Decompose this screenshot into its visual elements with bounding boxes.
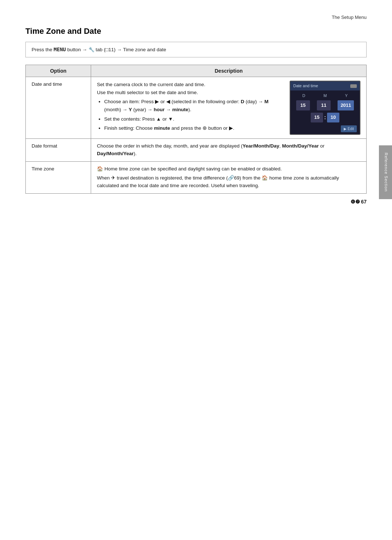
bullet-choose: Choose an item: Press ▶ or ◀ (selected i… — [104, 98, 282, 113]
col-desc-header: Description — [91, 65, 367, 77]
page-ref: □11 — [106, 47, 114, 52]
bullet-set: Set the contents: Press ▲ or ▼. — [104, 115, 282, 123]
timezone-line1: 🏠 Home time zone can be specified and da… — [97, 165, 360, 173]
table-row-timezone: Time zone 🏠 Home time zone can be specif… — [26, 161, 367, 193]
desc-timezone: 🏠 Home time zone can be specified and da… — [91, 161, 367, 193]
cam-battery-icon — [350, 84, 357, 88]
datetime-line1: Set the camera clock to the current date… — [97, 81, 282, 89]
cam-label-y: Y — [345, 93, 348, 99]
page-number: ❻❼67 — [351, 199, 367, 205]
timezone-line2: When ✈ travel destination is registered,… — [97, 174, 360, 190]
cam-edit-btn: ▶ Edit — [341, 125, 357, 133]
page-num-icons: ❻❼ — [351, 199, 360, 205]
option-dateformat: Date format — [26, 139, 91, 162]
setup-menu-label: The Setup Menu — [25, 15, 367, 20]
menu-label: MENU — [54, 47, 66, 52]
main-table: Option Description Date and time Set the… — [25, 65, 367, 193]
cam-labels: D M Y — [290, 90, 360, 100]
cam-screen-title: Date and time — [293, 83, 318, 89]
table-row-datetime: Date and time Set the camera clock to th… — [26, 77, 367, 139]
option-datetime: Date and time — [26, 77, 91, 139]
desc-dateformat: Choose the order in which the day, month… — [91, 139, 367, 162]
cam-month-val: 11 — [317, 100, 331, 110]
camera-screen: Date and time D M Y 15 11 2 — [290, 81, 360, 135]
datetime-row: Set the camera clock to the current date… — [97, 81, 360, 135]
cam-hour-val: 15 — [311, 113, 323, 122]
page-num-digits: 67 — [361, 199, 367, 205]
page-container: The Setup Menu Time Zone and Date Press … — [0, 0, 392, 215]
col-option-header: Option — [26, 65, 91, 77]
cam-minute-val: 10 — [327, 113, 339, 122]
cam-label-m: M — [323, 93, 327, 99]
bullet-finish: Finish setting: Choose minute and press … — [104, 124, 282, 132]
table-row-dateformat: Date format Choose the order in which th… — [26, 139, 367, 162]
wrench-icon: 🔧 — [89, 46, 94, 53]
cam-day-val: 15 — [296, 100, 310, 110]
cam-header: Date and time — [290, 81, 360, 90]
cam-year-val: 2011 — [338, 100, 354, 110]
menu-path-box: Press the MENU button → 🔧 tab (□11) → Ti… — [25, 42, 367, 57]
page-title: Time Zone and Date — [25, 27, 367, 36]
reference-section-tab: Reference Section — [379, 145, 392, 199]
datetime-bullets: Choose an item: Press ▶ or ◀ (selected i… — [104, 98, 282, 132]
datetime-text: Set the camera clock to the current date… — [97, 81, 282, 134]
cam-values: 15 11 2011 — [290, 100, 360, 112]
desc-datetime: Set the camera clock to the current date… — [91, 77, 367, 139]
cam-time-row: 15 : 10 — [290, 112, 360, 124]
cam-colon: : — [324, 114, 326, 122]
option-timezone: Time zone — [26, 161, 91, 193]
cam-footer: ▶ Edit — [290, 125, 360, 134]
cam-label-d: D — [302, 93, 305, 99]
datetime-line2: Use the multi selector to set the date a… — [97, 89, 282, 97]
